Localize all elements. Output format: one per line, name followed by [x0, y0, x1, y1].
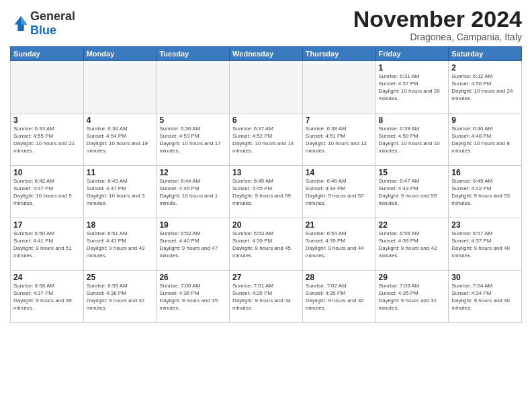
- calendar-cell: 22Sunrise: 6:56 AM Sunset: 4:38 PM Dayli…: [375, 218, 449, 271]
- calendar-cell: 23Sunrise: 6:57 AM Sunset: 4:37 PM Dayli…: [449, 218, 522, 271]
- col-wednesday: Wednesday: [230, 47, 303, 61]
- calendar-cell: 11Sunrise: 6:43 AM Sunset: 4:47 PM Dayli…: [83, 166, 157, 218]
- subtitle: Dragonea, Campania, Italy: [353, 32, 522, 42]
- calendar-body: 1Sunrise: 6:31 AM Sunset: 4:57 PM Daylig…: [11, 61, 522, 323]
- day-number: 27: [232, 273, 300, 282]
- week-row-3: 17Sunrise: 6:50 AM Sunset: 4:41 PM Dayli…: [11, 218, 522, 271]
- day-number: 17: [13, 220, 81, 230]
- day-info: Sunrise: 6:43 AM Sunset: 4:47 PM Dayligh…: [87, 178, 154, 207]
- day-info: Sunrise: 6:54 AM Sunset: 4:39 PM Dayligh…: [306, 230, 373, 259]
- calendar-cell: [157, 61, 230, 113]
- logo-general: General: [30, 9, 75, 23]
- day-info: Sunrise: 6:47 AM Sunset: 4:43 PM Dayligh…: [379, 178, 446, 207]
- logo-blue: Blue: [30, 24, 56, 37]
- day-info: Sunrise: 6:38 AM Sunset: 4:51 PM Dayligh…: [306, 126, 373, 154]
- day-info: Sunrise: 7:00 AM Sunset: 4:36 PM Dayligh…: [159, 283, 226, 312]
- day-number: 26: [159, 273, 226, 282]
- day-number: 9: [451, 116, 519, 125]
- day-number: 12: [159, 168, 226, 177]
- day-number: 16: [451, 168, 519, 177]
- calendar-cell: 16Sunrise: 6:49 AM Sunset: 4:42 PM Dayli…: [449, 166, 522, 218]
- day-info: Sunrise: 6:40 AM Sunset: 4:48 PM Dayligh…: [451, 126, 519, 154]
- day-info: Sunrise: 7:03 AM Sunset: 4:35 PM Dayligh…: [379, 283, 446, 312]
- day-info: Sunrise: 6:31 AM Sunset: 4:57 PM Dayligh…: [379, 73, 446, 102]
- calendar-table: Sunday Monday Tuesday Wednesday Thursday…: [10, 46, 522, 323]
- calendar-cell: 25Sunrise: 6:59 AM Sunset: 4:36 PM Dayli…: [83, 271, 157, 323]
- calendar-cell: 10Sunrise: 6:42 AM Sunset: 4:47 PM Dayli…: [11, 166, 84, 218]
- day-info: Sunrise: 7:01 AM Sunset: 4:35 PM Dayligh…: [232, 283, 300, 312]
- day-info: Sunrise: 6:37 AM Sunset: 4:52 PM Dayligh…: [232, 126, 300, 154]
- day-number: 23: [451, 220, 519, 230]
- calendar-cell: 30Sunrise: 7:04 AM Sunset: 4:34 PM Dayli…: [449, 271, 522, 323]
- calendar-cell: 21Sunrise: 6:54 AM Sunset: 4:39 PM Dayli…: [302, 218, 375, 271]
- calendar-cell: [230, 61, 303, 113]
- day-number: 6: [232, 116, 300, 125]
- day-number: 29: [379, 273, 446, 282]
- day-info: Sunrise: 6:45 AM Sunset: 4:45 PM Dayligh…: [232, 178, 300, 207]
- calendar-cell: 27Sunrise: 7:01 AM Sunset: 4:35 PM Dayli…: [230, 271, 303, 323]
- day-info: Sunrise: 6:50 AM Sunset: 4:41 PM Dayligh…: [13, 230, 81, 259]
- day-info: Sunrise: 6:57 AM Sunset: 4:37 PM Dayligh…: [451, 230, 519, 259]
- day-info: Sunrise: 6:52 AM Sunset: 4:40 PM Dayligh…: [159, 230, 226, 259]
- day-info: Sunrise: 6:53 AM Sunset: 4:39 PM Dayligh…: [232, 230, 300, 259]
- day-number: 18: [87, 220, 154, 230]
- day-info: Sunrise: 6:39 AM Sunset: 4:50 PM Dayligh…: [379, 126, 446, 154]
- day-number: 20: [232, 220, 300, 230]
- calendar-cell: 18Sunrise: 6:51 AM Sunset: 4:41 PM Dayli…: [83, 218, 157, 271]
- day-info: Sunrise: 6:44 AM Sunset: 4:46 PM Dayligh…: [159, 178, 226, 207]
- day-info: Sunrise: 7:02 AM Sunset: 4:35 PM Dayligh…: [306, 283, 373, 312]
- day-number: 15: [379, 168, 446, 177]
- calendar-cell: 17Sunrise: 6:50 AM Sunset: 4:41 PM Dayli…: [11, 218, 84, 271]
- logo: General Blue: [10, 9, 75, 38]
- day-info: Sunrise: 6:56 AM Sunset: 4:38 PM Dayligh…: [379, 230, 446, 259]
- calendar-cell: [83, 61, 157, 113]
- day-info: Sunrise: 6:46 AM Sunset: 4:44 PM Dayligh…: [306, 178, 373, 207]
- week-row-2: 10Sunrise: 6:42 AM Sunset: 4:47 PM Dayli…: [11, 166, 522, 218]
- calendar-cell: [302, 61, 375, 113]
- calendar-cell: 4Sunrise: 6:34 AM Sunset: 4:54 PM Daylig…: [83, 113, 157, 166]
- day-number: 8: [379, 116, 446, 125]
- page-container: General Blue November 2024 Dragonea, Cam…: [0, 0, 532, 326]
- calendar-cell: 7Sunrise: 6:38 AM Sunset: 4:51 PM Daylig…: [302, 113, 375, 166]
- day-number: 4: [87, 116, 154, 125]
- logo-icon: [11, 14, 30, 33]
- day-number: 14: [306, 168, 373, 177]
- day-number: 3: [13, 116, 81, 125]
- day-info: Sunrise: 6:59 AM Sunset: 4:36 PM Dayligh…: [87, 283, 154, 312]
- calendar-cell: 8Sunrise: 6:39 AM Sunset: 4:50 PM Daylig…: [375, 113, 449, 166]
- col-thursday: Thursday: [302, 47, 375, 61]
- day-info: Sunrise: 6:51 AM Sunset: 4:41 PM Dayligh…: [87, 230, 154, 259]
- calendar-cell: 14Sunrise: 6:46 AM Sunset: 4:44 PM Dayli…: [302, 166, 375, 218]
- calendar-cell: 13Sunrise: 6:45 AM Sunset: 4:45 PM Dayli…: [230, 166, 303, 218]
- day-number: 2: [451, 63, 519, 73]
- day-number: 11: [87, 168, 154, 177]
- day-number: 22: [379, 220, 446, 230]
- col-saturday: Saturday: [449, 47, 522, 61]
- calendar-cell: 26Sunrise: 7:00 AM Sunset: 4:36 PM Dayli…: [157, 271, 230, 323]
- header-row: Sunday Monday Tuesday Wednesday Thursday…: [11, 47, 522, 61]
- day-info: Sunrise: 6:32 AM Sunset: 4:56 PM Dayligh…: [451, 73, 519, 102]
- day-info: Sunrise: 6:36 AM Sunset: 4:53 PM Dayligh…: [159, 126, 226, 154]
- week-row-4: 24Sunrise: 6:58 AM Sunset: 4:37 PM Dayli…: [11, 271, 522, 323]
- day-info: Sunrise: 6:42 AM Sunset: 4:47 PM Dayligh…: [13, 178, 81, 207]
- calendar-cell: 19Sunrise: 6:52 AM Sunset: 4:40 PM Dayli…: [157, 218, 230, 271]
- col-friday: Friday: [375, 47, 449, 61]
- calendar-cell: 15Sunrise: 6:47 AM Sunset: 4:43 PM Dayli…: [375, 166, 449, 218]
- day-number: 28: [306, 273, 373, 282]
- calendar-cell: [11, 61, 84, 113]
- calendar-cell: 29Sunrise: 7:03 AM Sunset: 4:35 PM Dayli…: [375, 271, 449, 323]
- calendar-cell: 12Sunrise: 6:44 AM Sunset: 4:46 PM Dayli…: [157, 166, 230, 218]
- svg-marker-1: [21, 16, 27, 24]
- day-info: Sunrise: 6:49 AM Sunset: 4:42 PM Dayligh…: [451, 178, 519, 207]
- week-row-0: 1Sunrise: 6:31 AM Sunset: 4:57 PM Daylig…: [11, 61, 522, 113]
- day-number: 5: [159, 116, 226, 125]
- day-info: Sunrise: 7:04 AM Sunset: 4:34 PM Dayligh…: [451, 283, 519, 312]
- day-info: Sunrise: 6:58 AM Sunset: 4:37 PM Dayligh…: [13, 283, 81, 312]
- calendar-cell: 24Sunrise: 6:58 AM Sunset: 4:37 PM Dayli…: [11, 271, 84, 323]
- calendar-cell: 2Sunrise: 6:32 AM Sunset: 4:56 PM Daylig…: [449, 61, 522, 113]
- week-row-1: 3Sunrise: 6:33 AM Sunset: 4:55 PM Daylig…: [11, 113, 522, 166]
- header: General Blue November 2024 Dragonea, Cam…: [10, 7, 522, 42]
- calendar-cell: 1Sunrise: 6:31 AM Sunset: 4:57 PM Daylig…: [375, 61, 449, 113]
- day-info: Sunrise: 6:34 AM Sunset: 4:54 PM Dayligh…: [87, 126, 154, 154]
- month-title: November 2024: [353, 7, 522, 32]
